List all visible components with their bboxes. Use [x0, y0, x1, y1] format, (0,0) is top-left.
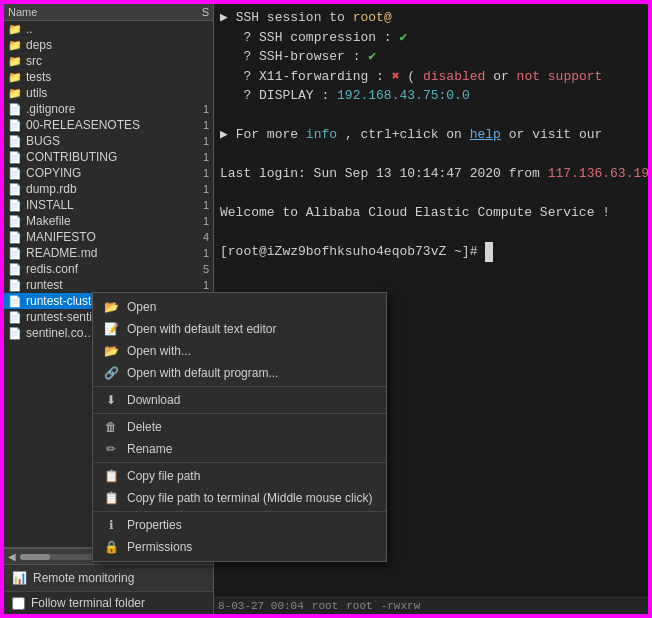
file-name: Makefile	[26, 214, 201, 228]
file-icon: 📄	[8, 167, 22, 180]
question-mark: ?	[243, 69, 251, 84]
terminal-display-value: 192.168.43.75:0.0	[337, 88, 470, 103]
folder-icon: 📁	[8, 87, 22, 100]
ctx-rename[interactable]: ✏ Rename	[93, 438, 386, 460]
ctx-delete[interactable]: 🗑 Delete	[93, 416, 386, 438]
scroll-thumb	[20, 554, 50, 560]
file-name: 00-RELEASENOTES	[26, 118, 201, 132]
ctx-permissions[interactable]: 🔒 Permissions	[93, 536, 386, 558]
terminal-text: or	[493, 69, 516, 84]
folder-icon: 📁	[8, 71, 22, 84]
ctx-open-text-editor[interactable]: 📝 Open with default text editor	[93, 318, 386, 340]
ctx-separator	[93, 462, 386, 463]
terminal-line: ▶ SSH session to root@	[220, 8, 642, 28]
list-item[interactable]: 📄 MANIFESTO 4	[4, 229, 213, 245]
terminal-group: root	[346, 600, 372, 612]
file-name: dump.rdb	[26, 182, 201, 196]
file-icon: 📄	[8, 199, 22, 212]
file-name: MANIFESTO	[26, 230, 201, 244]
terminal-help-link[interactable]: help	[470, 127, 501, 142]
file-icon: 📄	[8, 103, 22, 116]
remote-monitoring-button[interactable]: 📊 Remote monitoring	[4, 564, 213, 591]
file-name: CONTRIBUTING	[26, 150, 201, 164]
list-item[interactable]: 📄 README.md 1	[4, 245, 213, 261]
terminal-line: ? DISPLAY : 192.168.43.75:0.0	[220, 86, 642, 106]
ctx-open[interactable]: 📂 Open	[93, 296, 386, 318]
terminal-blank-line	[220, 184, 642, 204]
ctx-download-label: Download	[127, 393, 180, 407]
terminal-disabled: disabled	[423, 69, 485, 84]
file-name: ..	[26, 22, 209, 36]
terminal-prompt: [root@iZwz9bofhksuho4eqob73vZ ~]#	[220, 244, 485, 259]
terminal-text: , ctrl+click on	[345, 127, 470, 142]
list-item[interactable]: 📄 COPYING 1	[4, 165, 213, 181]
folder-icon: 📁	[8, 23, 22, 36]
ctx-separator	[93, 413, 386, 414]
terminal-blank-line	[220, 145, 642, 165]
folder-icon: 📁	[8, 39, 22, 52]
file-name: runtest	[26, 278, 201, 292]
list-item[interactable]: 📁 ..	[4, 21, 213, 37]
rename-icon: ✏	[103, 442, 119, 456]
list-item[interactable]: 📄 dump.rdb 1	[4, 181, 213, 197]
list-item[interactable]: 📄 .gitignore 1	[4, 101, 213, 117]
file-name: tests	[26, 70, 209, 84]
terminal-welcome-line: Welcome to Alibaba Cloud Elastic Compute…	[220, 203, 642, 223]
terminal-text: SSH compression :	[259, 30, 399, 45]
terminal-line: ? SSH-browser : ✔	[220, 47, 642, 67]
ctx-properties[interactable]: ℹ Properties	[93, 514, 386, 536]
list-item[interactable]: 📄 CONTRIBUTING 1	[4, 149, 213, 165]
list-item[interactable]: 📄 runtest 1	[4, 277, 213, 293]
file-icon: 📄	[8, 311, 22, 324]
terminal-prompt-line: [root@iZwz9bofhksuho4eqob73vZ ~]#	[220, 242, 642, 262]
link-icon: 🔗	[103, 366, 119, 380]
ctx-open-with-label: Open with...	[127, 344, 191, 358]
download-icon: ⬇	[103, 393, 119, 407]
ctx-delete-label: Delete	[127, 420, 162, 434]
terminal-indent	[220, 88, 236, 103]
list-item[interactable]: 📁 deps	[4, 37, 213, 53]
list-item[interactable]: 📄 INSTALL 1	[4, 197, 213, 213]
context-menu: 📂 Open 📝 Open with default text editor 📂…	[92, 292, 387, 562]
scroll-left-button[interactable]: ◀	[8, 551, 16, 562]
remote-monitoring-label: Remote monitoring	[33, 571, 134, 585]
list-item[interactable]: 📄 00-RELEASENOTES 1	[4, 117, 213, 133]
terminal-user: root	[312, 600, 338, 612]
file-icon: 📄	[8, 183, 22, 196]
list-item[interactable]: 📄 redis.conf 5	[4, 261, 213, 277]
delete-icon: 🗑	[103, 420, 119, 434]
open-with-icon: 📂	[103, 344, 119, 358]
file-browser-panel: Name S 📁 .. 📁 deps 📁 src 📁 tests 📁	[4, 4, 214, 614]
ctx-copy-path[interactable]: 📋 Copy file path	[93, 465, 386, 487]
terminal-welcome-text: Welcome to Alibaba Cloud Elastic Compute…	[220, 205, 610, 220]
terminal-perms: -rwxrw	[381, 600, 421, 612]
ctx-copy-path-terminal[interactable]: 📋 Copy file path to terminal (Middle mou…	[93, 487, 386, 509]
list-item[interactable]: 📁 tests	[4, 69, 213, 85]
terminal-line: ? SSH compression : ✔	[220, 28, 642, 48]
file-size: 1	[203, 135, 209, 147]
ctx-download[interactable]: ⬇ Download	[93, 389, 386, 411]
arrow-symbol: ▶	[220, 127, 228, 142]
ctx-open-label: Open	[127, 300, 156, 314]
terminal-status-bar: 8-03-27 00:04 root root -rwxrw	[214, 597, 648, 614]
file-name: src	[26, 54, 209, 68]
ctx-open-with[interactable]: 📂 Open with...	[93, 340, 386, 362]
file-size: 1	[203, 215, 209, 227]
ctx-open-default-program[interactable]: 🔗 Open with default program...	[93, 362, 386, 384]
arrow-symbol: ▶	[220, 10, 228, 25]
ctx-separator	[93, 511, 386, 512]
ctx-permissions-label: Permissions	[127, 540, 192, 554]
file-size: 1	[203, 151, 209, 163]
list-item[interactable]: 📄 Makefile 1	[4, 213, 213, 229]
terminal-date: 8-03-27 00:04	[218, 600, 304, 612]
file-icon: 📄	[8, 215, 22, 228]
file-name: deps	[26, 38, 209, 52]
ctx-separator	[93, 386, 386, 387]
list-item[interactable]: 📁 src	[4, 53, 213, 69]
ctx-properties-label: Properties	[127, 518, 182, 532]
list-item[interactable]: 📁 utils	[4, 85, 213, 101]
terminal-text: DISPLAY :	[259, 88, 337, 103]
list-item[interactable]: 📄 BUGS 1	[4, 133, 213, 149]
file-name: utils	[26, 86, 209, 100]
follow-terminal-checkbox[interactable]	[12, 597, 25, 610]
